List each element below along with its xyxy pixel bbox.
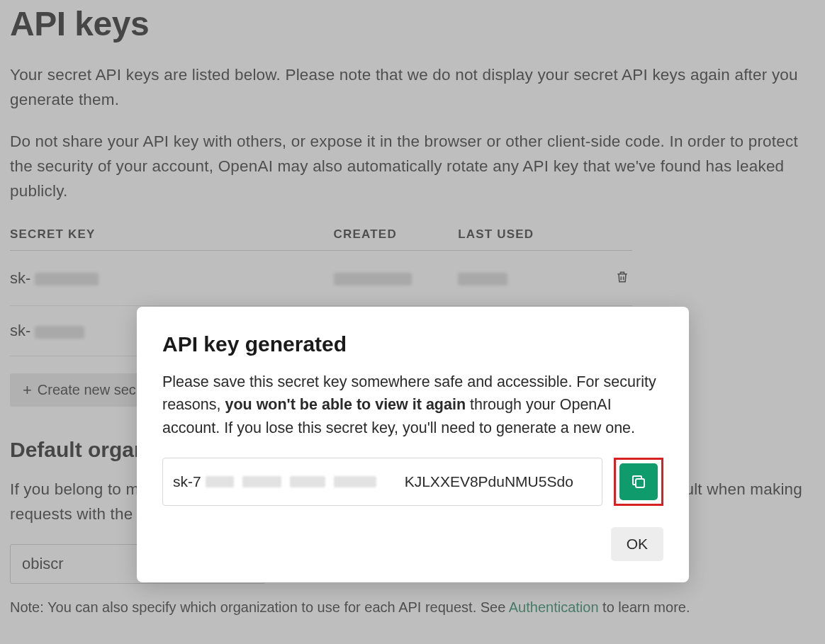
modal-text-bold: you won't be able to view it again <box>225 396 466 413</box>
key-masked-segment <box>334 476 376 487</box>
key-masked-segment <box>290 476 325 487</box>
modal-description: Please save this secret key somewhere sa… <box>162 371 663 439</box>
generated-key-field[interactable]: sk-7 KJLXXEV8PduNMU5Sdo <box>162 458 602 506</box>
ok-button[interactable]: OK <box>611 527 663 561</box>
copy-key-button[interactable] <box>619 463 658 500</box>
key-masked-segment <box>242 476 281 487</box>
svg-rect-0 <box>636 479 644 487</box>
modal-overlay: API key generated Please save this secre… <box>0 0 825 644</box>
modal-title: API key generated <box>162 332 663 356</box>
key-suffix-text: KJLXXEV8PduNMU5Sdo <box>405 473 573 490</box>
copy-button-highlight <box>614 458 663 506</box>
copy-icon <box>630 473 647 490</box>
key-prefix-text: sk-7 <box>173 473 201 490</box>
api-key-generated-modal: API key generated Please save this secre… <box>137 307 689 582</box>
key-masked-segment <box>206 476 234 487</box>
